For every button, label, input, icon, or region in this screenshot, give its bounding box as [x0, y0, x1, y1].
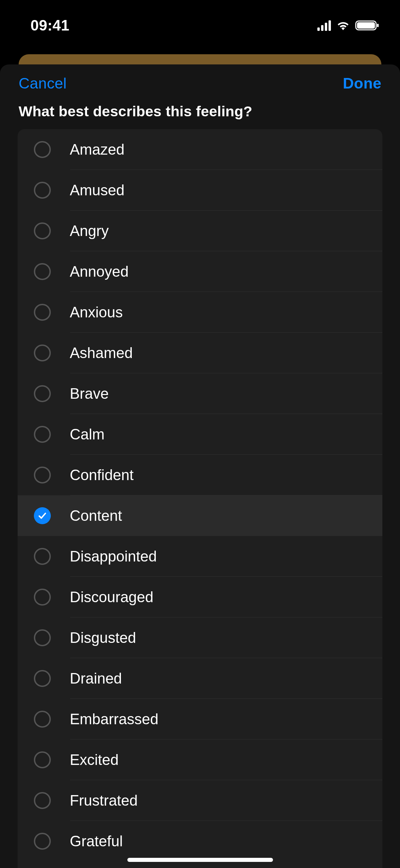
radio-unselected-icon — [34, 426, 51, 443]
radio-unselected-icon — [34, 589, 51, 606]
status-bar: 09:41 — [0, 0, 400, 51]
feeling-label: Brave — [70, 385, 109, 402]
feeling-label: Confident — [70, 467, 133, 484]
svg-rect-1 — [357, 22, 375, 29]
feeling-label: Discouraged — [70, 589, 153, 606]
feeling-row[interactable]: Confident — [18, 455, 382, 495]
feeling-label: Grateful — [70, 833, 123, 850]
feeling-label: Excited — [70, 751, 119, 768]
feeling-label: Disgusted — [70, 629, 136, 646]
feeling-row[interactable]: Drained — [18, 658, 382, 699]
wifi-icon — [336, 20, 351, 31]
feeling-label: Anxious — [70, 304, 123, 321]
feeling-label: Content — [70, 507, 122, 524]
done-button[interactable]: Done — [343, 75, 381, 92]
feeling-label: Angry — [70, 222, 109, 239]
battery-icon — [355, 20, 380, 31]
feeling-row[interactable]: Annoyed — [18, 251, 382, 292]
radio-unselected-icon — [34, 222, 51, 239]
radio-unselected-icon — [34, 751, 51, 768]
feeling-row[interactable]: Disappointed — [18, 536, 382, 577]
feelings-list: AmazedAmusedAngryAnnoyedAnxiousAshamedBr… — [18, 129, 382, 868]
radio-unselected-icon — [34, 548, 51, 565]
feeling-label: Ashamed — [70, 344, 133, 361]
feeling-row[interactable]: Amazed — [18, 129, 382, 170]
feeling-row[interactable]: Embarrassed — [18, 699, 382, 739]
radio-unselected-icon — [34, 792, 51, 809]
status-right — [317, 20, 380, 31]
feeling-row[interactable]: Angry — [18, 211, 382, 251]
status-time: 09:41 — [30, 17, 69, 34]
feeling-row[interactable]: Excited — [18, 739, 382, 780]
radio-unselected-icon — [34, 304, 51, 321]
feeling-label: Amused — [70, 182, 124, 199]
radio-unselected-icon — [34, 670, 51, 687]
feeling-row[interactable]: Amused — [18, 170, 382, 211]
radio-unselected-icon — [34, 385, 51, 402]
modal-sheet: Cancel Done What best describes this fee… — [0, 64, 400, 868]
cellular-icon — [317, 20, 331, 31]
radio-unselected-icon — [34, 711, 51, 728]
feeling-label: Annoyed — [70, 263, 129, 280]
checkmark-icon — [34, 507, 51, 524]
modal-title: What best describes this feeling? — [0, 96, 400, 129]
feeling-row[interactable]: Grateful — [18, 821, 382, 862]
feeling-label: Drained — [70, 670, 122, 687]
feeling-row[interactable]: Ashamed — [18, 333, 382, 373]
svg-rect-2 — [377, 24, 379, 27]
radio-unselected-icon — [34, 467, 51, 484]
radio-unselected-icon — [34, 182, 51, 199]
feeling-row[interactable]: Disgusted — [18, 617, 382, 658]
cancel-button[interactable]: Cancel — [19, 75, 67, 92]
feeling-label: Frustrated — [70, 792, 138, 809]
feeling-label: Disappointed — [70, 548, 157, 565]
radio-unselected-icon — [34, 833, 51, 850]
feeling-label: Amazed — [70, 141, 124, 158]
feeling-row[interactable]: Calm — [18, 414, 382, 455]
feeling-row[interactable]: Content — [18, 495, 382, 536]
home-indicator[interactable] — [127, 858, 273, 862]
feeling-row[interactable]: Frustrated — [18, 780, 382, 821]
radio-unselected-icon — [34, 629, 51, 646]
radio-unselected-icon — [34, 344, 51, 361]
radio-unselected-icon — [34, 141, 51, 158]
feeling-row[interactable]: Anxious — [18, 292, 382, 333]
feeling-row[interactable]: Discouraged — [18, 577, 382, 617]
feeling-row[interactable]: Brave — [18, 373, 382, 414]
feeling-label: Embarrassed — [70, 711, 159, 728]
radio-unselected-icon — [34, 263, 51, 280]
feeling-label: Calm — [70, 426, 105, 443]
